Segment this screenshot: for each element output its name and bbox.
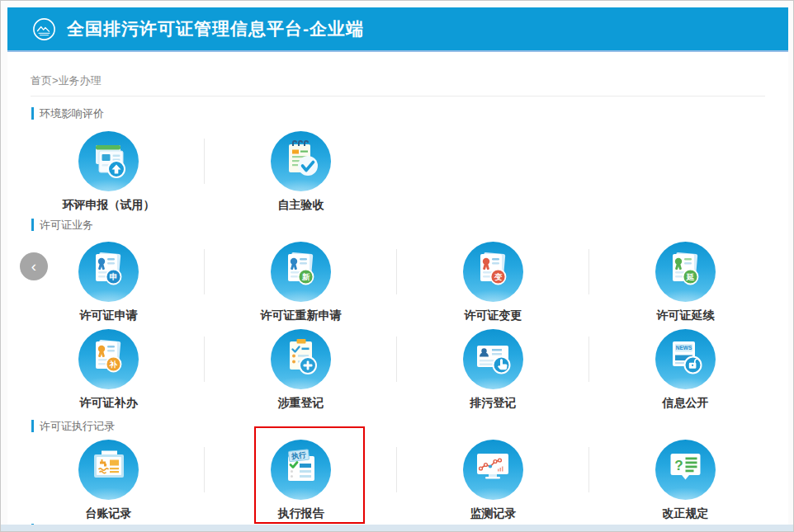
notepad-check-icon [271, 131, 331, 191]
badge-char: 新 [302, 272, 310, 281]
section-title-eia: 环境影响评价 [31, 107, 788, 120]
badge-char: 变 [494, 272, 503, 281]
app-item-discharge-register[interactable]: 排污登记 [397, 329, 589, 409]
section-title-exec-records: 许可证执行记录 [31, 420, 788, 432]
app-item-label: 自主验收 [278, 198, 324, 213]
app-item-heavy-metal-register[interactable]: 涉重登记 [205, 329, 397, 409]
idcard-hand-icon [463, 329, 523, 389]
question-glyph: ? [674, 458, 683, 473]
app-item-permit-reapply[interactable]: 新 许可证重新申请 [205, 242, 397, 322]
grid-permit: 申 许可证申请 [7, 242, 788, 409]
app-item-label: 改正规定 [663, 506, 709, 521]
ledger-icon [78, 440, 139, 500]
app-header: 全国排污许可证管理信息平台-企业端 [7, 7, 788, 52]
app-item-label: 台账记录 [86, 506, 132, 521]
app-item-label: 执行报告 [278, 506, 324, 521]
mee-logo-icon [32, 17, 56, 41]
monitor-chart-icon [463, 440, 523, 500]
grid-exec-records: 台账记录 执行 [7, 440, 788, 520]
app-item-label: 许可证补办 [80, 396, 138, 411]
page-title: 全国排污许可证管理信息平台-企业端 [67, 17, 364, 40]
content-card: 全国排污许可证管理信息平台-企业端 首页>业务办理 环境影响评价 [7, 7, 788, 526]
certificate-icon: 延 [655, 242, 716, 302]
app-item-label: 排污登记 [470, 396, 517, 411]
app-item-label: 监测记录 [470, 506, 517, 521]
doc-upload-icon [78, 131, 139, 191]
app-item-info-disclosure[interactable]: NEWS 信息公开 [589, 329, 782, 409]
certificate-icon: 申 [78, 242, 139, 302]
badge-char: 延 [686, 272, 695, 281]
news-text: NEWS [676, 345, 692, 351]
banner-text: 执行 [291, 450, 308, 460]
badge-char: 申 [110, 272, 118, 281]
breadcrumb[interactable]: 首页>业务办理 [31, 52, 765, 97]
app-item-label: 信息公开 [663, 396, 709, 411]
app-item-permit-replace[interactable]: 补 许可证补办 [12, 329, 205, 409]
news-unlock-icon: NEWS [655, 329, 716, 389]
certificate-icon: 新 [271, 242, 331, 302]
bottom-strip [1, 525, 794, 531]
app-item-label: 许可证重新申请 [261, 308, 342, 323]
app-item-eia-declare[interactable]: 环评申报（试用） [12, 131, 205, 211]
certificate-icon: 变 [463, 242, 523, 302]
certificate-icon: 补 [78, 329, 139, 389]
app-item-label: 许可证申请 [80, 308, 138, 323]
app-item-execution-report[interactable]: 执行 执行报告 [205, 440, 397, 520]
app-item-label: 环评申报（试用） [63, 198, 155, 213]
execution-report-icon: 执行 [271, 440, 331, 500]
badge-char: 补 [109, 360, 118, 369]
app-item-correction-rules[interactable]: ? 改正规定 [589, 440, 782, 520]
app-item-self-acceptance[interactable]: 自主验收 [205, 131, 397, 211]
grid-eia: 环评申报（试用） [7, 131, 788, 211]
app-item-label: 许可证延续 [657, 308, 715, 323]
carousel-prev-button[interactable]: ‹ [20, 252, 48, 280]
app-item-permit-change[interactable]: 变 许可证变更 [397, 242, 589, 322]
app-item-monitoring-records[interactable]: 监测记录 [397, 440, 589, 520]
app-item-permit-renew[interactable]: 延 许可证延续 [589, 242, 782, 322]
app-window: 全国排污许可证管理信息平台-企业端 首页>业务办理 环境影响评价 [0, 0, 794, 532]
app-item-label: 许可证变更 [465, 308, 522, 323]
clipboard-plus-icon [271, 329, 331, 389]
section-title-permit: 许可证业务 [31, 219, 788, 231]
book-question-icon: ? [655, 440, 716, 500]
app-item-ledger-records[interactable]: 台账记录 [12, 440, 205, 520]
app-item-label: 涉重登记 [278, 396, 324, 411]
